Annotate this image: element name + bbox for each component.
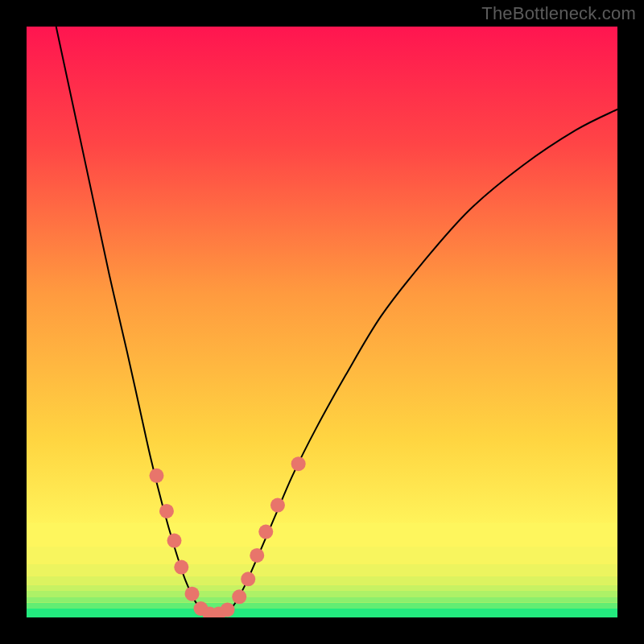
svg-rect-0 — [27, 609, 617, 617]
marker-dot — [241, 572, 255, 586]
svg-rect-5 — [27, 576, 617, 585]
svg-rect-7 — [27, 547, 617, 564]
svg-rect-1 — [27, 603, 617, 609]
marker-dot — [232, 589, 246, 604]
marker-dot — [167, 534, 182, 548]
marker-dot — [159, 504, 174, 518]
marker-dot — [149, 469, 163, 483]
chart-frame: TheBottleneck.com — [0, 0, 644, 644]
marker-dot — [174, 560, 188, 575]
watermark-text: TheBottleneck.com — [481, 3, 636, 24]
svg-rect-6 — [27, 564, 617, 576]
marker-dot — [185, 587, 200, 601]
marker-dot — [258, 525, 273, 539]
marker-dot — [250, 548, 264, 563]
color-bands — [27, 523, 617, 617]
svg-rect-3 — [27, 591, 617, 597]
svg-rect-2 — [27, 597, 617, 602]
marker-dot — [291, 456, 306, 471]
svg-rect-4 — [27, 585, 617, 591]
chart-svg — [27, 27, 617, 617]
marker-dot — [221, 602, 235, 617]
plot-area — [27, 27, 617, 617]
marker-dot — [270, 498, 285, 513]
svg-rect-8 — [27, 523, 617, 547]
